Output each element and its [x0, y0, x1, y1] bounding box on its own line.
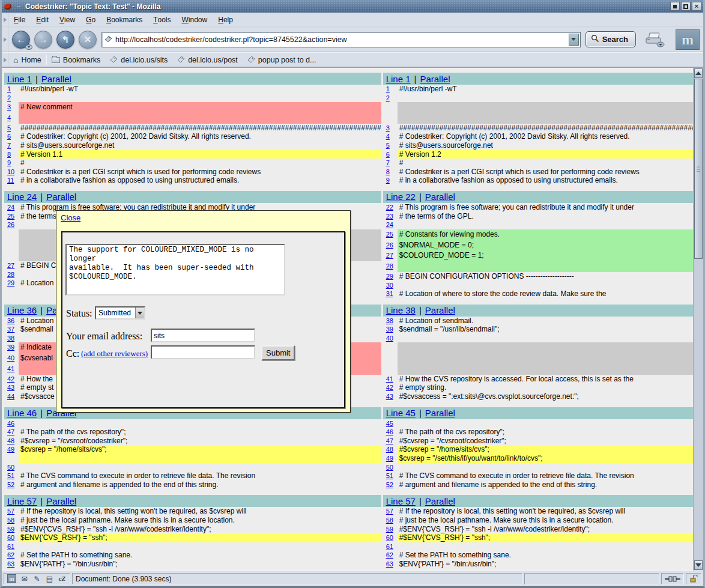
bookmark-item-home[interactable]: ⌂Home — [8, 53, 46, 67]
line-number-link[interactable]: 29 — [7, 279, 14, 286]
line-number-link[interactable]: 23 — [386, 213, 393, 220]
parallel-view-link[interactable]: Parallel — [425, 192, 455, 202]
line-number-link[interactable]: 39 — [386, 326, 393, 333]
menu-item-window[interactable]: Window — [177, 13, 213, 26]
line-number-link[interactable]: 2 — [7, 94, 11, 102]
menu-item-help[interactable]: Help — [213, 13, 238, 26]
parallel-view-link[interactable]: Parallel — [425, 496, 455, 506]
scrollbar-thumb[interactable] — [694, 79, 703, 259]
line-number-link[interactable]: 47 — [386, 437, 393, 444]
toolbar-grip[interactable] — [2, 27, 8, 52]
line-number-link[interactable]: 49 — [7, 446, 14, 453]
line-number-link[interactable]: 63 — [386, 560, 393, 568]
line-number-link[interactable]: 47 — [7, 428, 14, 435]
line-number-link[interactable]: 41 — [386, 375, 393, 383]
line-number-link[interactable]: 38 — [7, 335, 14, 342]
compose-icon[interactable]: ✎ — [32, 574, 41, 583]
line-number-link[interactable]: 40 — [7, 354, 14, 362]
line-number-link[interactable]: 6 — [7, 133, 11, 140]
line-number-link[interactable]: 62 — [7, 551, 14, 559]
parallel-view-link[interactable]: Parallel — [46, 192, 76, 202]
line-number-link[interactable]: 7 — [386, 159, 390, 166]
line-number-link[interactable]: 7 — [7, 142, 11, 149]
line-number-link[interactable]: 44 — [7, 393, 14, 400]
chatzilla-icon[interactable]: cZ — [58, 574, 67, 583]
line-number-link[interactable]: 9 — [386, 177, 390, 184]
line-number-link[interactable]: 1 — [7, 85, 11, 92]
minimize-button[interactable] — [670, 2, 680, 11]
line-number-link[interactable]: 4 — [7, 114, 11, 121]
line-anchor-link[interactable]: Line 46 — [7, 408, 37, 418]
line-number-link[interactable]: 42 — [7, 375, 14, 383]
line-number-link[interactable]: 48 — [7, 437, 14, 444]
scroll-up-button[interactable] — [694, 68, 703, 78]
line-anchor-link[interactable]: Line 57 — [7, 496, 37, 506]
line-number-link[interactable]: 37 — [7, 326, 14, 333]
line-number-link[interactable]: 57 — [7, 508, 14, 515]
menu-item-edit[interactable]: Edit — [31, 13, 54, 26]
page-bookmark-icon[interactable] — [104, 35, 112, 43]
line-number-link[interactable]: 59 — [7, 526, 14, 533]
line-number-link[interactable]: 60 — [7, 534, 14, 541]
toolbar-grip[interactable] — [2, 53, 8, 67]
menu-item-tools[interactable]: Tools — [148, 13, 176, 26]
cc-field[interactable] — [151, 345, 255, 359]
line-anchor-link[interactable]: Line 22 — [386, 192, 416, 202]
line-number-link[interactable]: 25 — [386, 231, 393, 238]
scroll-down-button[interactable] — [694, 560, 703, 570]
back-history-dropdown[interactable] — [25, 44, 32, 50]
line-number-link[interactable]: 26 — [7, 221, 14, 228]
line-number-link[interactable]: 5 — [386, 142, 390, 149]
line-number-link[interactable]: 57 — [386, 508, 393, 515]
line-number-link[interactable]: 51 — [7, 472, 14, 479]
line-number-link[interactable]: 4 — [386, 133, 390, 140]
line-number-link[interactable]: 46 — [7, 420, 14, 427]
url-input[interactable]: http://localhost/codestriker/codestriker… — [115, 35, 567, 44]
forward-button[interactable]: → — [34, 31, 52, 49]
line-number-link[interactable]: 8 — [7, 151, 11, 158]
line-number-link[interactable]: 26 — [386, 241, 393, 249]
popup-close-link[interactable]: Close — [61, 213, 80, 222]
line-number-link[interactable]: 28 — [7, 271, 14, 278]
line-number-link[interactable]: 11 — [7, 177, 14, 184]
line-anchor-link[interactable]: Line 1 — [386, 74, 411, 84]
line-anchor-link[interactable]: Line 38 — [386, 305, 416, 315]
line-number-link[interactable]: 63 — [7, 560, 14, 568]
line-number-link[interactable]: 50 — [386, 464, 393, 471]
line-number-link[interactable]: 9 — [7, 159, 11, 166]
line-number-link[interactable]: 22 — [386, 204, 393, 211]
line-number-link[interactable]: 49 — [386, 455, 393, 462]
line-number-link[interactable]: 52 — [386, 481, 393, 488]
close-button[interactable]: ✕ — [692, 2, 701, 11]
line-number-link[interactable]: 8 — [386, 168, 390, 175]
line-number-link[interactable]: 48 — [386, 446, 393, 453]
line-number-link[interactable]: 61 — [7, 543, 14, 550]
bookmark-item-bookmarks[interactable]: Bookmarks — [47, 53, 106, 67]
line-anchor-link[interactable]: Line 57 — [386, 496, 416, 506]
line-number-link[interactable]: 3 — [7, 103, 11, 111]
line-number-link[interactable]: 60 — [386, 534, 393, 541]
line-number-link[interactable]: 58 — [386, 517, 393, 524]
print-button[interactable] — [644, 32, 665, 47]
search-button[interactable]: Search — [585, 31, 636, 47]
line-number-link[interactable]: 27 — [386, 252, 393, 259]
offline-indicator[interactable] — [661, 573, 684, 584]
line-number-link[interactable]: 25 — [7, 213, 14, 220]
line-number-link[interactable]: 42 — [386, 384, 393, 391]
mozilla-logo[interactable]: m — [676, 29, 700, 50]
line-number-link[interactable]: 39 — [7, 344, 14, 351]
bookmark-item-del-icio-us-sits[interactable]: del.icio.us/sits — [105, 53, 172, 67]
bookmark-item-del-icio-us-post[interactable]: del.icio.us/post — [172, 53, 243, 67]
status-select[interactable]: Submitted — [95, 306, 145, 320]
bookmark-item-popup-post-to-d-[interactable]: popup post to d... — [243, 53, 321, 67]
line-number-link[interactable]: 10 — [7, 168, 14, 175]
vertical-scrollbar[interactable] — [693, 68, 703, 571]
line-number-link[interactable]: 29 — [386, 273, 393, 280]
url-bar[interactable]: http://localhost/codestriker/codestriker… — [101, 32, 581, 47]
line-number-link[interactable]: 58 — [7, 517, 14, 524]
url-dropdown-button[interactable] — [569, 34, 579, 46]
menu-item-bookmarks[interactable]: Bookmarks — [101, 13, 148, 26]
maximize-button[interactable] — [681, 2, 691, 11]
line-number-link[interactable]: 51 — [386, 472, 393, 479]
line-number-link[interactable]: 24 — [386, 221, 393, 228]
